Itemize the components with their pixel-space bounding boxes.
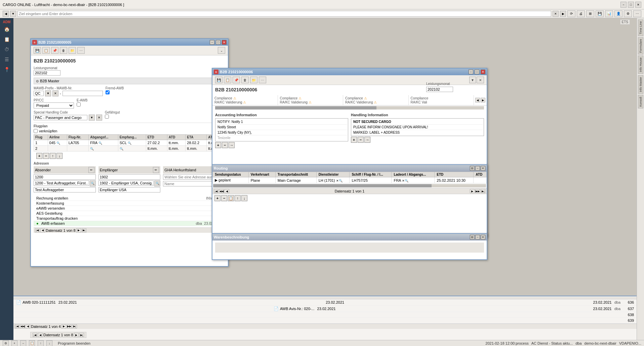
w1b-pg-last[interactable]: ▶|: [79, 333, 84, 337]
w1-ppcc-select[interactable]: Prepaid: [34, 102, 74, 109]
waren-expand[interactable]: ⊞: [470, 235, 475, 240]
w1-gha-search-input[interactable]: [163, 174, 218, 180]
w2-minimize-btn[interactable]: −: [469, 70, 473, 74]
w1-mawb-clear[interactable]: ✕: [52, 90, 58, 96]
w1-gefahr-checkbox[interactable]: [105, 115, 109, 119]
w1-empfanger-fullname-input[interactable]: [98, 180, 154, 186]
w2-hdl-import-btn[interactable]: →: [364, 137, 370, 143]
rt-pg-next[interactable]: ▶: [470, 189, 475, 193]
w2-leistungsmonat-input[interactable]: [426, 87, 453, 92]
bottom-row-2[interactable]: 📄 AWB Avis-Nr.: 020-... 23.02.2021 23.02…: [13, 306, 637, 312]
nav-back-btn[interactable]: ◀: [3, 11, 9, 17]
status-settings-btn[interactable]: ⚙: [3, 340, 9, 346]
w1-empfanger-edit[interactable]: ✏: [153, 167, 159, 173]
w2-close-btn[interactable]: ✕: [481, 70, 485, 74]
w1-fremdawb-checkbox[interactable]: [106, 90, 110, 94]
nav-refresh-btn[interactable]: ▶: [560, 11, 566, 17]
w1-tb-scroll-down[interactable]: ⌄: [218, 47, 225, 54]
w1-shc-clear[interactable]: ✕: [96, 115, 102, 121]
tb-save-icon[interactable]: 💾: [596, 10, 604, 17]
w2-tb-more[interactable]: ⋯: [259, 77, 266, 83]
w1-pg-next[interactable]: ▶: [76, 228, 81, 232]
status-prog-btn[interactable]: Programm beenden: [58, 341, 90, 345]
status-down-btn[interactable]: ↓: [46, 340, 52, 346]
w1-empfanger-short-input[interactable]: [98, 187, 161, 192]
tb-refresh-icon[interactable]: ⟳: [567, 10, 575, 17]
w2-scroll-right[interactable]: ▶: [481, 98, 485, 102]
w1-empfanger-search[interactable]: 🔍: [154, 180, 160, 186]
rt-pg-prev[interactable]: ◀◀: [219, 189, 224, 193]
w1-eawb-checkbox[interactable]: [77, 102, 81, 106]
nav-input[interactable]: [17, 11, 551, 17]
bottom-pg-next[interactable]: ▶: [62, 325, 66, 329]
w1-absender-code-input[interactable]: [34, 174, 96, 180]
right-tab-timeline[interactable]: Time Line: [638, 19, 643, 36]
w2-hdl-remove-btn[interactable]: −: [358, 137, 364, 143]
w1-absender-fullname-input[interactable]: [34, 180, 89, 186]
browser-minimize[interactable]: −: [620, 2, 627, 8]
w1-flight-remove-btn[interactable]: −: [43, 153, 49, 159]
w1-list-row-1[interactable]: Rechnung erstellen INVRECP: [34, 196, 225, 201]
tb-chart-icon[interactable]: 📊: [605, 10, 613, 17]
status-copy-btn[interactable]: 📋: [29, 340, 35, 346]
w1-flight-up-btn[interactable]: ↑: [50, 153, 56, 159]
tb-print-icon[interactable]: 🖨: [577, 10, 585, 17]
w1-empfanger-code-input[interactable]: [98, 174, 161, 180]
rt-pg-last[interactable]: ▶|: [481, 189, 485, 193]
w1-flight-add-btn[interactable]: +: [36, 153, 42, 159]
nav-forward-btn[interactable]: ▼: [10, 11, 16, 17]
routing-collapse[interactable]: −: [475, 166, 480, 171]
w1-maximize-btn[interactable]: □: [216, 40, 220, 45]
w1-verknuepfen-checkbox[interactable]: [34, 129, 38, 133]
w1-mawb-nr-input[interactable]: [63, 91, 103, 96]
tb-user-icon[interactable]: 👤: [614, 10, 622, 17]
routing-close[interactable]: ✕: [481, 166, 485, 171]
bottom-row-1[interactable]: 📄 AWB 020-11111251 23.02.2021 23.02.2021…: [13, 299, 637, 306]
w1-absender-search[interactable]: 🔍: [90, 180, 96, 186]
w1-pg-first[interactable]: |◀: [35, 228, 40, 232]
status-add-btn[interactable]: +: [11, 340, 17, 346]
w1-tb-more[interactable]: ⋯: [77, 47, 85, 54]
waren-collapse[interactable]: −: [475, 235, 480, 240]
w2-tb-delete[interactable]: 🗑: [241, 77, 249, 83]
bottom-pg-last[interactable]: ▶|: [72, 325, 77, 329]
rt-pg-next2[interactable]: ▶▶: [475, 189, 480, 193]
w1-list-row-2[interactable]: Kostenerfassung: [34, 201, 225, 206]
w1-shc-input[interactable]: [34, 115, 87, 120]
w1-mawb-prefix-input[interactable]: [34, 91, 44, 96]
w1-expand-icon[interactable]: ⊙: [36, 79, 39, 83]
w2-scroll-left[interactable]: ◀: [475, 98, 480, 102]
w1-tb-delete[interactable]: 🗑: [60, 47, 67, 54]
sidebar-home-icon[interactable]: 🏠: [1, 25, 12, 34]
w1-mawb-prefix-dropdown[interactable]: ▼: [45, 90, 51, 96]
status-up-btn[interactable]: ↑: [38, 340, 44, 346]
w1-absender-edit[interactable]: ✏: [88, 167, 94, 173]
w1-tb-paste[interactable]: 📌: [51, 47, 58, 54]
tb-more-icon[interactable]: ⋯: [633, 10, 641, 17]
rt-up-btn[interactable]: ↑: [235, 195, 241, 201]
bottom-row-4[interactable]: 639: [13, 318, 637, 323]
w2-tb-folder[interactable]: 📁: [250, 77, 257, 83]
routing-hscroll[interactable]: [213, 184, 486, 187]
nav-go-btn[interactable]: ✕: [553, 11, 559, 17]
sidebar-menu-icon[interactable]: ☰: [1, 55, 12, 64]
tb-grid-icon[interactable]: ⊞: [586, 10, 594, 17]
w1-tb-save[interactable]: 💾: [34, 47, 41, 54]
waren-close[interactable]: ✕: [481, 235, 485, 240]
w2-tb-save[interactable]: 💾: [215, 77, 223, 83]
status-remove-btn[interactable]: −: [20, 340, 26, 346]
w2-hdl-add-btn[interactable]: +: [351, 137, 357, 143]
right-tab-infomaster[interactable]: Info Master: [638, 75, 643, 94]
w2-tb-paste[interactable]: 📌: [233, 77, 240, 83]
browser-maximize[interactable]: □: [628, 2, 634, 8]
w1-flight-down-btn[interactable]: ↓: [56, 153, 63, 159]
w1b-pg-next[interactable]: ▶: [74, 333, 79, 337]
w2-leistungsmonat-dropdown[interactable]: ▼: [469, 77, 476, 83]
rt-add-btn[interactable]: +: [214, 195, 220, 201]
w1b-pg-first[interactable]: |◀: [33, 333, 37, 337]
browser-close[interactable]: ✕: [635, 2, 641, 8]
w1-pg-prev[interactable]: ◀: [40, 228, 45, 232]
right-tab-formulare[interactable]: Formulare: [638, 37, 643, 54]
bottom-pg-next2[interactable]: ▶▶: [67, 325, 72, 329]
sidebar-time-icon[interactable]: ⏱: [1, 45, 12, 54]
